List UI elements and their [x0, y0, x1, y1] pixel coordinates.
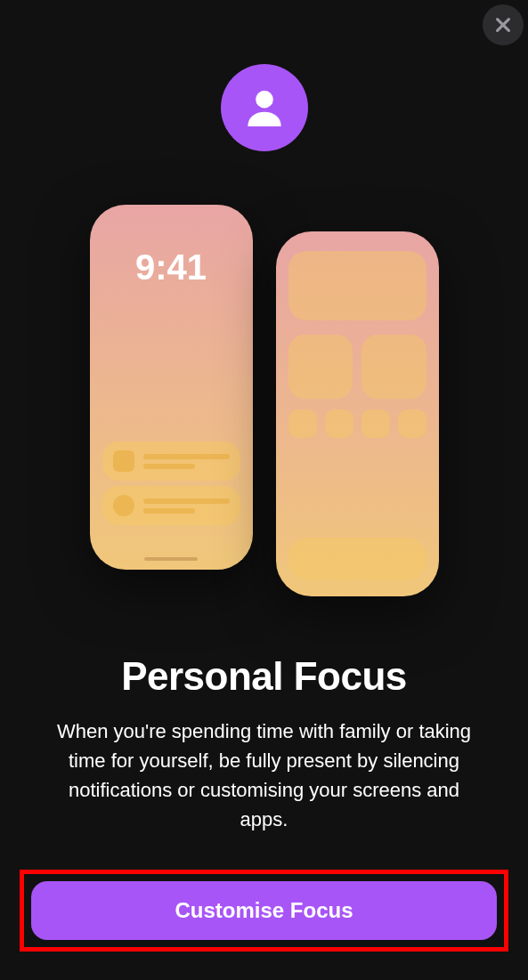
tutorial-highlight: Customise Focus	[20, 870, 508, 952]
notification-preview	[102, 441, 240, 481]
close-button[interactable]	[483, 4, 524, 45]
page-title: Personal Focus	[0, 654, 528, 699]
dock-preview	[288, 538, 426, 580]
notification-preview	[102, 486, 240, 525]
focus-screens-illustration: 9:41	[86, 205, 443, 614]
widget-preview	[288, 251, 426, 320]
customise-focus-button[interactable]: Customise Focus	[31, 881, 497, 940]
widget-preview	[361, 335, 426, 399]
page-description: When you're spending time with family or…	[43, 717, 485, 834]
notification-app-icon	[113, 450, 134, 472]
app-icon-preview	[325, 409, 353, 438]
app-icon-preview	[398, 409, 426, 438]
app-icon-preview	[361, 409, 390, 438]
lock-screen-time: 9:41	[90, 247, 253, 288]
focus-mode-icon-badge	[221, 64, 308, 151]
home-indicator	[144, 557, 198, 561]
notification-contact-icon	[113, 495, 134, 516]
app-icon-preview	[288, 409, 317, 438]
widget-preview	[288, 335, 353, 399]
close-icon	[493, 15, 513, 35]
lock-screen-preview: 9:41	[90, 205, 253, 570]
svg-point-2	[256, 91, 273, 109]
home-screen-preview	[276, 231, 439, 596]
person-icon	[240, 83, 289, 133]
